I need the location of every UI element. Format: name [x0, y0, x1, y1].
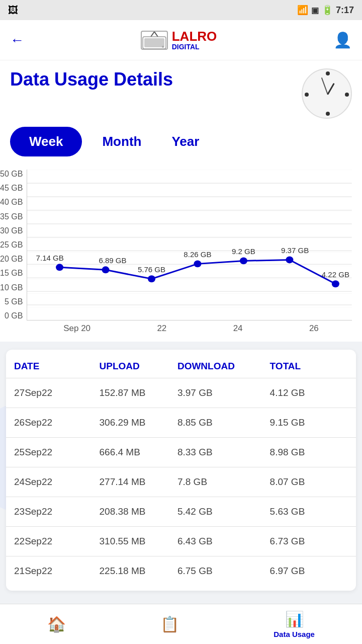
cell-upload: 152.87 MB [100, 387, 177, 398]
cell-total: 5.63 GB [270, 506, 348, 517]
logo-digital: DIGITAL [172, 43, 217, 51]
cell-total: 4.12 GB [270, 387, 348, 398]
cell-total: 6.73 GB [270, 536, 348, 547]
cell-upload: 306.29 MB [100, 417, 177, 428]
cell-upload: 208.38 MB [100, 506, 177, 517]
table-header-download: DOWNLOAD [177, 361, 270, 372]
table-row: 26Sep22 306.29 MB 8.85 GB 9.15 GB [6, 408, 356, 438]
signal-icon: ▣ [311, 6, 319, 15]
chart-point-5 [286, 256, 294, 263]
table-row: 27Sep22 152.87 MB 3.97 GB 4.12 GB [6, 378, 356, 408]
table-row: 25Sep22 666.4 MB 8.33 GB 8.98 GB [6, 438, 356, 467]
data-table: DATE UPLOAD DOWNLOAD TOTAL 27Sep22 152.8… [6, 350, 356, 591]
table-row: 23Sep22 208.38 MB 5.42 GB 5.63 GB [6, 497, 356, 527]
svg-text:9.2 GB: 9.2 GB [232, 248, 255, 256]
x-label-2: 22 [157, 324, 166, 334]
page-header: Data Usage Details [0, 60, 362, 119]
clock-dot-bottom [326, 112, 330, 116]
tab-week[interactable]: Week [10, 127, 82, 156]
x-axis: Sep 20 22 24 26 [0, 320, 352, 337]
cell-upload: 310.55 MB [100, 536, 177, 547]
app-icon: 🖼 [8, 5, 18, 16]
svg-line-0 [151, 32, 154, 37]
svg-text:9.37 GB: 9.37 GB [281, 247, 309, 255]
navbar: ← LALRO DIGITAL 👤 [0, 20, 362, 60]
time-display: 7:17 [336, 5, 354, 16]
chart-point-1 [102, 266, 110, 273]
cell-date: 22Sep22 [14, 536, 100, 547]
y-label: 10 GB [0, 283, 23, 292]
svg-text:6.89 GB: 6.89 GB [99, 257, 127, 265]
cell-upload: 666.4 MB [100, 447, 177, 458]
svg-text:7.14 GB: 7.14 GB [36, 255, 64, 262]
cell-download: 3.97 GB [177, 387, 270, 398]
x-label-4: 26 [309, 324, 319, 334]
cell-date: 23Sep22 [14, 506, 100, 517]
y-label: 15 GB [0, 269, 23, 278]
y-label: 25 GB [0, 240, 23, 250]
cell-date: 27Sep22 [14, 387, 100, 398]
logo-text-container: LALRO DIGITAL [172, 30, 217, 51]
svg-line-1 [154, 32, 158, 37]
clock [302, 68, 352, 119]
chart-wrapper: 50 GB 45 GB 40 GB 35 GB 30 GB 25 GB 20 G… [0, 165, 362, 342]
cell-total: 6.97 GB [270, 566, 348, 577]
logo-name: LALRO [172, 30, 217, 43]
y-label: 45 GB [0, 184, 23, 193]
status-left: 🖼 [8, 5, 18, 16]
chart-point-3 [194, 260, 202, 267]
user-button[interactable]: 👤 [333, 31, 352, 49]
y-label: 40 GB [0, 198, 23, 207]
x-label-1: Sep 20 [63, 324, 90, 334]
tab-year[interactable]: Year [161, 127, 209, 156]
cell-upload: 225.18 MB [100, 566, 177, 577]
cell-download: 7.8 GB [177, 476, 270, 488]
y-label: 50 GB [0, 170, 23, 179]
tabs-container: Week Month Year [0, 119, 362, 165]
battery-icon: 🔋 [322, 5, 333, 16]
y-label: 5 GB [5, 297, 23, 306]
back-button[interactable]: ← [10, 32, 24, 48]
chart-point-6 [332, 280, 339, 287]
clock-hour-hand [327, 83, 335, 95]
y-axis: 50 GB 45 GB 40 GB 35 GB 30 GB 25 GB 20 G… [0, 170, 27, 320]
wifi-icon: 📶 [297, 5, 308, 16]
cell-date: 21Sep22 [14, 566, 100, 577]
cell-date: 26Sep22 [14, 417, 100, 428]
page-title: Data Usage Details [10, 68, 173, 90]
cell-download: 8.85 GB [177, 417, 270, 428]
cell-date: 24Sep22 [14, 476, 100, 488]
table-header-row: DATE UPLOAD DOWNLOAD TOTAL [6, 355, 356, 378]
status-bar: 🖼 📶 ▣ 🔋 7:17 [0, 0, 362, 20]
clock-minute-hand [321, 77, 328, 95]
svg-point-4 [162, 46, 164, 48]
table-header-upload: UPLOAD [100, 361, 177, 372]
table-row: 21Sep22 225.18 MB 6.75 GB 6.97 GB [6, 556, 356, 586]
cell-total: 8.98 GB [270, 447, 348, 458]
y-label: 35 GB [0, 212, 23, 221]
cell-upload: 277.14 MB [100, 476, 177, 488]
clock-dot-right [345, 93, 349, 97]
chart-point-4 [240, 257, 247, 264]
table-row: 24Sep22 277.14 MB 7.8 GB 8.07 GB [6, 467, 356, 497]
chart-svg: 7.14 GB 6.89 GB 5.76 GB 8.26 GB 9.2 GB 9… [27, 170, 352, 320]
logo-container: LALRO DIGITAL [141, 30, 217, 51]
chart-point-2 [148, 275, 155, 282]
svg-text:5.76 GB: 5.76 GB [138, 266, 165, 274]
clock-dot-top [326, 71, 330, 75]
table-rows-container: 27Sep22 152.87 MB 3.97 GB 4.12 GB 26Sep2… [6, 378, 356, 586]
y-label: 30 GB [0, 226, 23, 235]
cell-download: 5.42 GB [177, 506, 270, 517]
table-row: 22Sep22 310.55 MB 6.43 GB 6.73 GB [6, 527, 356, 556]
y-label: 0 GB [5, 311, 23, 320]
tab-month[interactable]: Month [92, 127, 151, 156]
cell-date: 25Sep22 [14, 447, 100, 458]
svg-text:8.26 GB: 8.26 GB [184, 251, 212, 259]
table-header-total: TOTAL [270, 361, 348, 372]
clock-dot-left [305, 93, 309, 97]
cell-download: 8.33 GB [177, 447, 270, 458]
status-right: 📶 ▣ 🔋 7:17 [297, 5, 354, 16]
svg-text:4.22 GB: 4.22 GB [322, 271, 349, 279]
chart-container: 50 GB 45 GB 40 GB 35 GB 30 GB 25 GB 20 G… [0, 170, 352, 320]
chart-area: 7.14 GB 6.89 GB 5.76 GB 8.26 GB 9.2 GB 9… [27, 170, 352, 320]
